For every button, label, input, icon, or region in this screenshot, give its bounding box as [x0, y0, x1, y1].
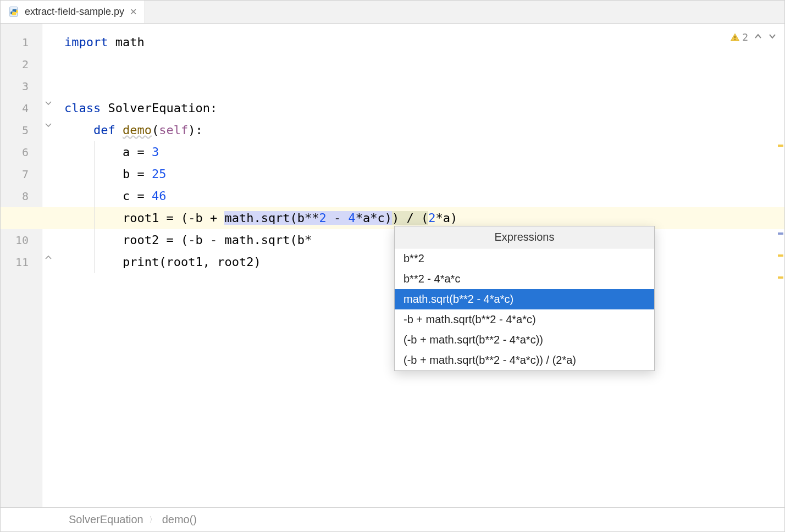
- tab-bar: extract-field-sample.py ✕: [1, 1, 784, 24]
- tab-filename: extract-field-sample.py: [25, 6, 124, 18]
- line-number[interactable]: 11: [1, 251, 42, 273]
- expression-option[interactable]: (-b + math.sqrt(b**2 - 4*a*c)): [395, 330, 654, 350]
- line-number[interactable]: 3: [1, 75, 42, 97]
- line-number[interactable]: 7: [1, 163, 42, 185]
- line-number[interactable]: 4: [1, 97, 42, 119]
- breadcrumbs-bar[interactable]: SolverEquation 〉 demo(): [1, 507, 784, 531]
- line-number[interactable]: 6: [1, 141, 42, 163]
- code-line[interactable]: class SolverEquation:: [58, 97, 784, 119]
- code-line[interactable]: a = 3: [58, 141, 784, 163]
- code-line[interactable]: b = 25: [58, 163, 784, 185]
- selected-expression: math.sqrt(b**2 - 4*a*c): [224, 211, 392, 225]
- expression-option[interactable]: math.sqrt(b**2 - 4*a*c): [395, 289, 654, 309]
- breadcrumb[interactable]: demo(): [162, 513, 197, 526]
- code-line[interactable]: [58, 53, 784, 75]
- code-line[interactable]: def demo(self):: [58, 119, 784, 141]
- code-line[interactable]: [58, 75, 784, 97]
- warning-marker[interactable]: [778, 276, 783, 279]
- popup-title: Expressions: [395, 226, 654, 248]
- breadcrumb[interactable]: SolverEquation: [69, 513, 143, 526]
- expression-option[interactable]: b**2 - 4*a*c: [395, 269, 654, 289]
- line-number[interactable]: 5: [1, 119, 42, 141]
- close-tab-icon[interactable]: ✕: [130, 7, 137, 17]
- line-number[interactable]: 10: [1, 229, 42, 251]
- fold-column: [42, 24, 58, 507]
- fold-end-icon[interactable]: [43, 252, 53, 262]
- code-area[interactable]: 2 import math class SolverEquation: def …: [58, 24, 784, 507]
- file-tab[interactable]: extract-field-sample.py ✕: [1, 1, 145, 23]
- expressions-list: b**2b**2 - 4*a*cmath.sqrt(b**2 - 4*a*c)-…: [395, 248, 654, 370]
- expression-option[interactable]: b**2: [395, 248, 654, 269]
- line-number[interactable]: 1: [1, 31, 42, 53]
- expression-option[interactable]: -b + math.sqrt(b**2 - 4*a*c): [395, 309, 654, 330]
- expressions-popup: Expressions b**2b**2 - 4*a*cmath.sqrt(b*…: [394, 226, 655, 371]
- fold-toggle-icon[interactable]: [43, 120, 53, 130]
- editor: 1 2 3 4 5 6 7 8 9 10 11: [1, 24, 784, 507]
- line-number[interactable]: 2: [1, 53, 42, 75]
- gutter: 1 2 3 4 5 6 7 8 9 10 11: [1, 24, 42, 507]
- line-number[interactable]: 8: [1, 185, 42, 207]
- code-line[interactable]: import math: [58, 31, 784, 53]
- fold-toggle-icon[interactable]: [43, 98, 53, 108]
- python-file-icon: [8, 6, 20, 18]
- chevron-right-icon: 〉: [149, 515, 157, 525]
- code-line[interactable]: c = 46: [58, 185, 784, 207]
- expression-option[interactable]: (-b + math.sqrt(b**2 - 4*a*c)) / (2*a): [395, 350, 654, 370]
